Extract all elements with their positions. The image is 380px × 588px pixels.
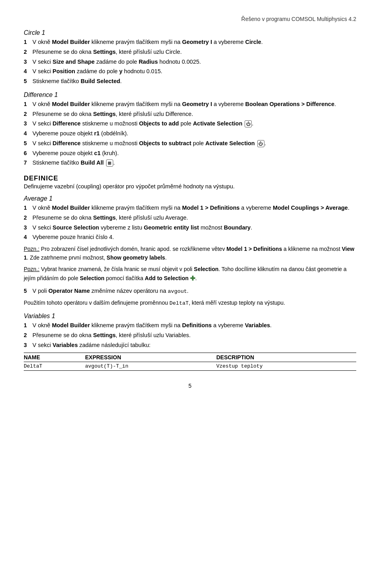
variables-table: NAME EXPRESSION DESCRIPTION DeltaT avgou… [24, 353, 356, 371]
list-item: 6 Vybereme pouze objekt c1 (kruh). [24, 149, 356, 158]
step-num: 5 [24, 139, 32, 148]
step-text: V okně Model Builder klikneme pravým tla… [32, 321, 272, 330]
step-num: 5 [24, 287, 32, 295]
list-item: 3 V sekci Size and Shape zadáme do pole … [24, 58, 356, 66]
header-text: Řešeno v programu COMSOL Multiphysics 4.… [241, 16, 356, 22]
list-item: 2 Přesuneme se do okna Settings, které p… [24, 48, 356, 57]
step-text: Vybereme pouze objekt c1 (kruh). [32, 149, 119, 158]
step-num: 3 [24, 224, 32, 232]
list-item: 4 V sekci Position zadáme do pole y hodn… [24, 67, 356, 76]
step-num: 1 [24, 204, 32, 212]
step-num: 2 [24, 214, 32, 222]
step-text: V sekci Source Selection vybereme z list… [32, 224, 252, 232]
list-item: 1 V okně Model Builder klikneme pravým t… [24, 100, 356, 109]
step-num: 4 [24, 129, 32, 138]
step-text: Přesuneme se do okna Settings, které pří… [32, 331, 190, 340]
step-text: Stiskneme tlačítko Build All ▦. [32, 159, 115, 167]
list-item: 2 Přesuneme se do okna Settings, které p… [24, 214, 356, 222]
step-num: 3 [24, 58, 32, 66]
step-num: 1 [24, 38, 32, 46]
page: Řešeno v programu COMSOL Multiphysics 4.… [0, 0, 380, 588]
circle-title: Circle 1 [24, 29, 356, 36]
list-item: 5 Stiskneme tlačítko Build Selected. [24, 77, 356, 86]
definice-section: DEFINICE Definujeme vazební (coupling) o… [24, 175, 356, 371]
step-text: V okně Model Builder klikneme pravým tla… [32, 38, 263, 47]
step-num: 2 [24, 110, 32, 118]
list-item: 3 V sekci Source Selection vybereme z li… [24, 224, 356, 232]
step-num: 6 [24, 149, 32, 157]
list-item: 2 Přesuneme se do okna Settings, které p… [24, 110, 356, 119]
step-text: V okně Model Builder klikneme pravým tla… [32, 204, 350, 212]
circle-section: Circle 1 1 V okně Model Builder klikneme… [24, 29, 356, 86]
difference-steps: 1 V okně Model Builder klikneme pravým t… [24, 100, 356, 167]
list-item: 3 V sekci Variables zadáme následující t… [24, 341, 356, 350]
step-text: V okně Model Builder klikneme pravým tla… [32, 100, 336, 109]
code-deltat: DeltaT [169, 300, 189, 306]
step-num: 3 [24, 119, 32, 128]
average-title: Average 1 [24, 195, 356, 202]
note1: Pozn.: Pro zobrazení čísel jednotlivých … [24, 245, 356, 262]
circle-steps: 1 V okně Model Builder klikneme pravým t… [24, 38, 356, 86]
list-item: 1 V okně Model Builder klikneme pravým t… [24, 38, 356, 47]
difference-section: Difference 1 1 V okně Model Builder klik… [24, 91, 356, 167]
step-text: Přesuneme se do okna Settings, které pří… [32, 48, 182, 57]
table-header-name: NAME [24, 353, 85, 362]
list-item: 3 V sekci Difference stiskneme u možnost… [24, 119, 356, 128]
definice-desc: Definujeme vazební (coupling) operátor p… [24, 183, 356, 190]
variables-steps: 1 V okně Model Builder klikneme pravým t… [24, 321, 356, 349]
page-header: Řešeno v programu COMSOL Multiphysics 4.… [24, 16, 356, 22]
step5-block: 5 V poli Operator Name změníme název ope… [24, 287, 356, 296]
step-num: 7 [24, 159, 32, 167]
page-number: 5 [24, 383, 356, 389]
average-steps: 1 V okně Model Builder klikneme pravým t… [24, 204, 356, 242]
table-header-description: DESCRIPTION [216, 353, 356, 362]
list-item: 7 Stiskneme tlačítko Build All ▦. [24, 159, 356, 167]
step-num: 1 [24, 100, 32, 108]
step-text: Přesuneme se do okna Settings, které pří… [32, 214, 188, 222]
activate-selection-icon-2: ⏻ [257, 140, 264, 147]
list-item: 4 Vybereme pouze hranici číslo 4. [24, 233, 356, 242]
step-num: 3 [24, 341, 32, 349]
list-item: 2 Přesuneme se do okna Settings, které p… [24, 331, 356, 340]
code-avgout: avgout [168, 288, 187, 294]
step-text: Vybereme pouze objekt r1 (obdélník). [32, 129, 128, 138]
step-text: V poli Operator Name změníme název operá… [32, 287, 188, 296]
add-to-selection-icon: ✚ [190, 274, 195, 284]
step-text: Vybereme pouze hranici číslo 4. [32, 233, 114, 242]
step-num: 2 [24, 331, 32, 340]
table-header-expression: EXPRESSION [85, 353, 216, 362]
step-num: 2 [24, 48, 32, 56]
list-item: 5 V poli Operator Name změníme název ope… [24, 287, 356, 296]
step-num: 5 [24, 77, 32, 85]
step-text: V sekci Variables zadáme následující tab… [32, 341, 150, 350]
build-all-icon: ▦ [106, 159, 113, 167]
step-text: V sekci Position zadáme do pole y hodnot… [32, 67, 162, 76]
step-text: V sekci Size and Shape zadáme do pole Ra… [32, 58, 201, 66]
list-item: 4 Vybereme pouze objekt r1 (obdélník). [24, 129, 356, 138]
table-cell-name: DeltaT [24, 362, 85, 371]
list-item: 1 V okně Model Builder klikneme pravým t… [24, 204, 356, 212]
difference-title: Difference 1 [24, 91, 356, 99]
step-text: Stiskneme tlačítko Build Selected. [32, 77, 122, 86]
step-num: 1 [24, 321, 32, 330]
step-text: Přesuneme se do okna Settings, které pří… [32, 110, 193, 119]
step-num: 4 [24, 67, 32, 76]
variables-title: Variables 1 [24, 313, 356, 320]
list-item: 5 V sekci Difference stiskneme u možnost… [24, 139, 356, 148]
step-num: 4 [24, 233, 32, 241]
table-cell-description: Vzestup teploty [216, 362, 356, 371]
table-cell-expression: avgout(T)-T_in [85, 362, 216, 371]
note3: Použitím tohoto operátoru v dalším defin… [24, 299, 356, 308]
step-text: V sekci Difference stiskneme u možnosti … [32, 119, 253, 128]
step-text: V sekci Difference stiskneme u možnosti … [32, 139, 266, 148]
activate-selection-icon: ⏻ [245, 120, 252, 127]
definice-heading: DEFINICE [24, 175, 356, 182]
table-row: DeltaT avgout(T)-T_in Vzestup teploty [24, 362, 356, 371]
list-item: 1 V okně Model Builder klikneme pravým t… [24, 321, 356, 330]
note2: Pozn.: Vybrat hranice znamená, že čísla … [24, 265, 356, 283]
